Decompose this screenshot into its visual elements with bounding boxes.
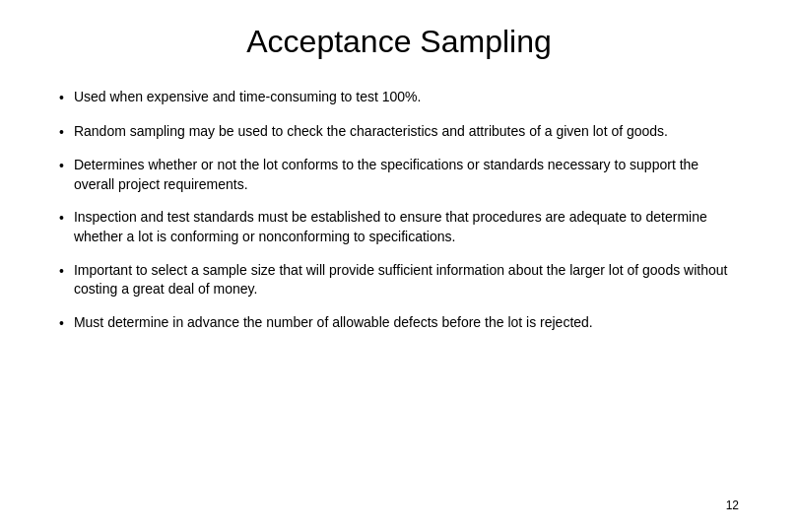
bullet-dot: • — [59, 157, 64, 176]
list-item: • Important to select a sample size that… — [59, 261, 739, 299]
bullet-dot: • — [59, 123, 64, 143]
bullet-text: Random sampling may be used to check the… — [74, 122, 668, 142]
list-item: • Must determine in advance the number o… — [59, 313, 739, 334]
bullet-dot: • — [59, 314, 64, 334]
bullet-dot: • — [59, 89, 64, 108]
list-item: • Determines whether or not the lot conf… — [59, 156, 739, 194]
slide: Acceptance Sampling • Used when expensiv… — [0, 0, 798, 532]
bullet-dot: • — [59, 209, 64, 229]
bullet-list: • Used when expensive and time-consuming… — [59, 88, 739, 495]
list-item: • Inspection and test standards must be … — [59, 208, 739, 246]
list-item: • Used when expensive and time-consuming… — [59, 88, 739, 108]
bullet-text: Important to select a sample size that w… — [74, 261, 739, 299]
list-item: • Random sampling may be used to check t… — [59, 122, 739, 143]
bullet-text: Determines whether or not the lot confor… — [74, 156, 739, 194]
bullet-text: Must determine in advance the number of … — [74, 313, 593, 333]
bullet-text: Used when expensive and time-consuming t… — [74, 88, 422, 107]
bullet-dot: • — [59, 262, 64, 282]
bullet-text: Inspection and test standards must be es… — [74, 208, 739, 246]
page-number: 12 — [59, 495, 739, 512]
slide-title: Acceptance Sampling — [59, 24, 739, 60]
